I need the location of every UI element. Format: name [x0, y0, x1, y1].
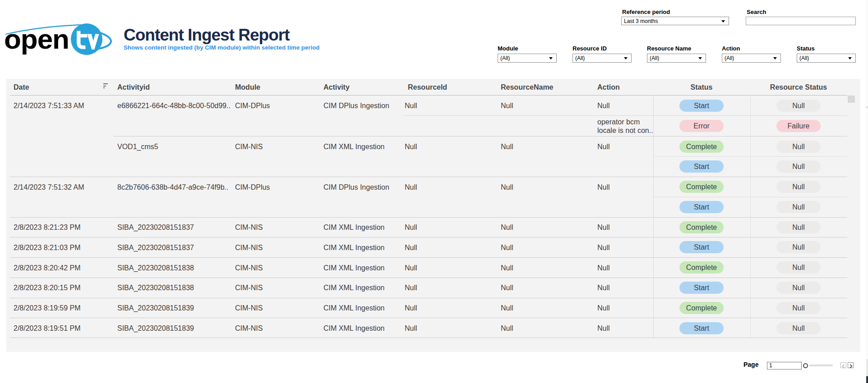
svg-text:open: open: [4, 23, 69, 55]
